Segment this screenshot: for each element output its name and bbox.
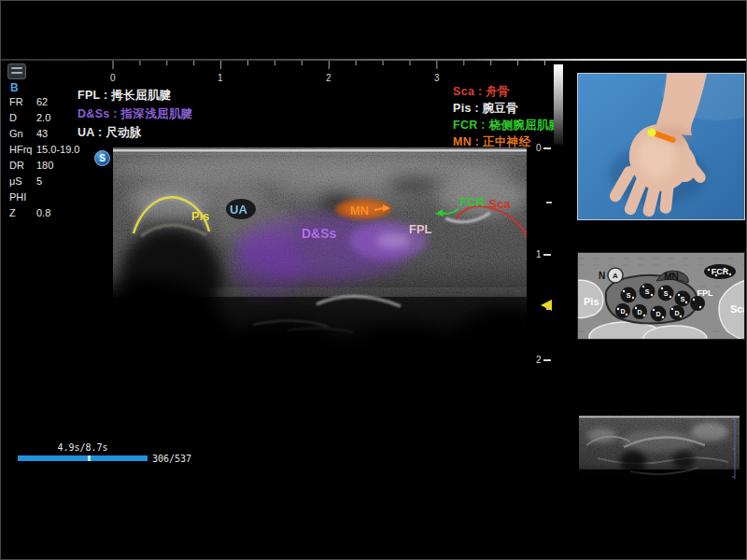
diagram-label-a: A — [613, 272, 618, 280]
depth-minor-tick — [546, 202, 552, 203]
scan-label-pis: Pis — [191, 209, 210, 223]
ruler-label: 0 — [110, 73, 116, 83]
menu-button[interactable] — [7, 63, 26, 79]
svg-text:S: S — [627, 292, 631, 299]
playback-playhead[interactable] — [88, 455, 91, 461]
diagram-label-fcr: FCR — [712, 267, 729, 276]
param-row: Z0.8 — [9, 207, 107, 223]
diagram-label-sca: Sca — [730, 303, 744, 315]
svg-text:D: D — [674, 310, 679, 316]
legend-item: D&Ss : 指深浅屈肌腱 — [78, 106, 192, 122]
param-row: PHI — [9, 191, 107, 207]
scan-label-mn: MN — [350, 203, 369, 217]
diagram-label-fpl: FPL — [698, 288, 714, 298]
legend-item: FCR : 桡侧腕屈肌腱 — [453, 118, 560, 133]
svg-text:S: S — [645, 288, 650, 295]
scan-label-fpl: FPL — [409, 222, 432, 236]
diagram-label-mn: MN — [664, 272, 679, 282]
diagram-label-pis: Pis — [584, 296, 599, 307]
mode-label: B — [10, 81, 19, 94]
svg-text:S: S — [664, 290, 669, 297]
playback-progress-bar[interactable] — [18, 455, 148, 461]
param-row: μS5 — [9, 175, 107, 191]
grayscale-bar — [554, 64, 563, 145]
svg-text:D: D — [637, 309, 641, 315]
diagram-label-n: N — [599, 271, 605, 281]
legend-item: Pis : 腕豆骨 — [453, 101, 518, 117]
reference-ultrasound-thumbnail[interactable] — [579, 413, 740, 483]
legend-item: FPL : 拇长屈肌腱 — [78, 88, 171, 104]
ruler-label: 3 — [434, 73, 440, 83]
anatomy-diagram[interactable]: SS SS DD DD N A MN FCR FPL Pis Sca — [577, 252, 745, 340]
param-row: DR180 — [9, 160, 107, 175]
probe-origin-dot — [648, 129, 656, 137]
menu-icon — [11, 67, 22, 69]
legend-item: UA : 尺动脉 — [78, 125, 142, 141]
svg-text:D: D — [655, 311, 660, 317]
ultrasound-screen: B FR62 D2.0 Gn43 HFrq15.0-19.0 DR180 μS5… — [0, 0, 747, 560]
ruler-label: 2 — [326, 73, 331, 83]
ultrasound-scan-canvas[interactable]: Pis UA MN D&Ss FPL FCR Sca — [113, 147, 527, 402]
scan-label-sca: Sca — [488, 197, 511, 211]
probe-position-photo[interactable] — [577, 73, 745, 220]
playback-frame-counter: 306/537 — [152, 454, 191, 464]
probe-orientation-marker: S — [94, 150, 110, 166]
scan-label-dss: D&Ss — [302, 226, 337, 241]
focus-marker-icon[interactable] — [541, 300, 552, 311]
playback-time: 4.9s/8.7s — [18, 442, 148, 453]
svg-text:D: D — [620, 308, 625, 315]
scan-label-fcr: FCR — [459, 195, 485, 209]
param-row: HFrq15.0-19.0 — [9, 144, 107, 160]
horizontal-ruler: 0 1 2 3 — [102, 61, 559, 85]
svg-text:S: S — [681, 296, 685, 302]
legend-item: Sca : 舟骨 — [453, 84, 510, 100]
depth-label: 1 — [536, 249, 542, 259]
depth-label: 0 — [536, 143, 542, 153]
depth-label: 2 — [536, 355, 542, 365]
ruler-label: 1 — [218, 73, 223, 83]
scan-label-ua: UA — [230, 203, 247, 217]
menu-icon — [11, 72, 22, 74]
